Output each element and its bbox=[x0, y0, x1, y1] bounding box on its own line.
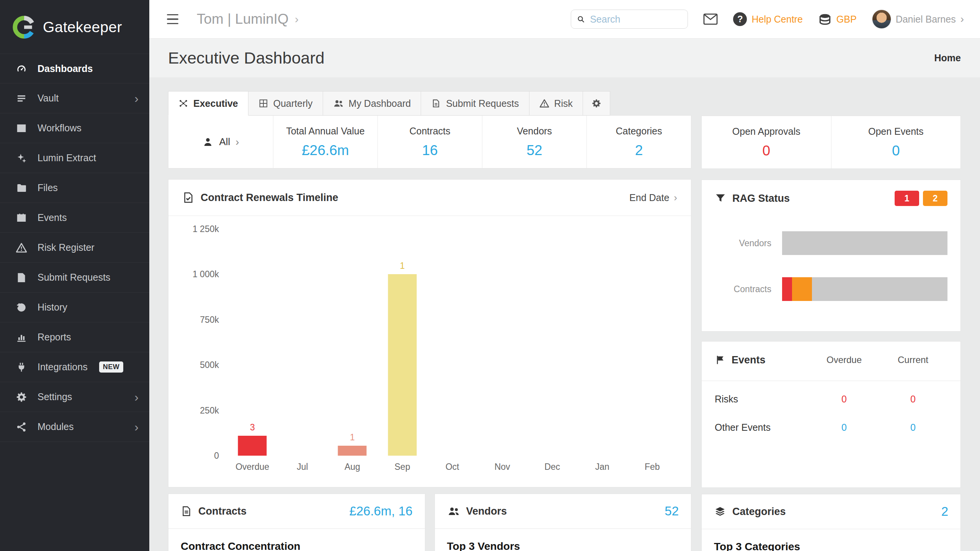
sidebar-item-label: Dashboards bbox=[38, 63, 93, 74]
kpi-total-annual-value[interactable]: Total Annual Value £26.6m bbox=[273, 116, 377, 168]
warning-triangle-icon bbox=[539, 98, 549, 108]
sidebar-item-label: Submit Requests bbox=[38, 272, 110, 283]
kpi-value: £26.6m bbox=[302, 142, 349, 159]
history-clock-icon bbox=[15, 301, 28, 314]
coins-icon bbox=[818, 12, 832, 26]
sidebar-item-label: Modules bbox=[38, 421, 74, 432]
rag-bar[interactable] bbox=[782, 277, 947, 301]
rag-bar[interactable] bbox=[782, 231, 947, 255]
rag-red-badge[interactable]: 1 bbox=[895, 191, 919, 206]
other-events-current-count[interactable]: 0 bbox=[879, 422, 947, 433]
sidebar-item-reports[interactable]: Reports bbox=[0, 322, 149, 352]
sidebar-item-risk-register[interactable]: Risk Register bbox=[0, 233, 149, 263]
page-title: Executive Dashboard bbox=[168, 49, 325, 67]
dashboard-tabs: Executive Quarterly My Dashboard Su bbox=[168, 91, 691, 116]
person-icon bbox=[202, 136, 214, 148]
sidebar-item-lumin-extract[interactable]: Lumin Extract bbox=[0, 143, 149, 173]
sidebar-item-modules[interactable]: Modules › bbox=[0, 412, 149, 442]
currency-selector[interactable]: GBP bbox=[818, 12, 857, 26]
network-icon bbox=[178, 98, 188, 108]
contracts-summary-value[interactable]: £26.6m, 16 bbox=[349, 504, 412, 518]
kpi-categories[interactable]: Categories 2 bbox=[586, 116, 691, 168]
sort-by-selector[interactable]: End Date › bbox=[629, 192, 677, 204]
sidebar-item-label: Events bbox=[38, 212, 67, 223]
tab-submit-requests[interactable]: Submit Requests bbox=[421, 91, 529, 116]
contracts-card: Contracts £26.6m, 16 Contract Concentrat… bbox=[168, 494, 425, 551]
sidebar-item-label: Lumin Extract bbox=[38, 152, 96, 164]
sidebar-item-events[interactable]: Events bbox=[0, 203, 149, 233]
chart-column: 3Overdue bbox=[227, 229, 278, 472]
x-axis-label: Oct bbox=[427, 462, 477, 472]
risks-current-count[interactable]: 0 bbox=[879, 394, 947, 405]
kpi-vendors[interactable]: Vendors 52 bbox=[482, 116, 586, 168]
risks-overdue-count[interactable]: 0 bbox=[810, 394, 879, 405]
app-root: Gatekeeper Dashboards Vault › Workflows … bbox=[0, 0, 980, 551]
breadcrumb[interactable]: Tom | LuminIQ › bbox=[197, 11, 299, 27]
kpi-label: Open Approvals bbox=[732, 126, 800, 137]
sidebar-item-workflows[interactable]: Workflows bbox=[0, 113, 149, 143]
events-row-other-events[interactable]: Other Events 0 0 bbox=[715, 413, 947, 441]
content: Executive Quarterly My Dashboard Su bbox=[149, 77, 980, 551]
categories-summary-value[interactable]: 2 bbox=[941, 504, 948, 519]
kpi-contracts[interactable]: Contracts 16 bbox=[377, 116, 482, 168]
user-menu[interactable]: Daniel Barnes › bbox=[872, 10, 964, 29]
contract-renewals-card: Contract Renewals Timeline End Date › 02… bbox=[168, 179, 691, 487]
sidebar-item-files[interactable]: Files bbox=[0, 173, 149, 203]
tab-executive[interactable]: Executive bbox=[168, 91, 248, 116]
grid-icon bbox=[258, 98, 268, 108]
y-axis-tick: 0 bbox=[214, 451, 219, 461]
chart-bar-count: 1 bbox=[350, 432, 355, 443]
tab-dashboard-settings[interactable] bbox=[583, 91, 610, 116]
messages-envelope-icon[interactable] bbox=[703, 13, 718, 25]
tab-quarterly[interactable]: Quarterly bbox=[248, 91, 323, 116]
vendors-summary-value[interactable]: 52 bbox=[665, 504, 679, 518]
chevron-right-icon: › bbox=[134, 92, 139, 105]
gatekeeper-logo[interactable]: Gatekeeper bbox=[0, 0, 149, 54]
sidebar-item-label: Settings bbox=[38, 391, 72, 402]
sidebar-item-label: Risk Register bbox=[38, 242, 95, 253]
search-input[interactable] bbox=[590, 14, 682, 25]
sidebar-item-label: History bbox=[38, 302, 67, 313]
tab-my-dashboard[interactable]: My Dashboard bbox=[323, 91, 421, 116]
scope-selector[interactable]: All › bbox=[168, 116, 273, 168]
tab-label: Executive bbox=[193, 98, 238, 109]
y-axis-tick: 1 250k bbox=[193, 224, 219, 234]
x-axis-label: Jan bbox=[577, 462, 627, 472]
sort-by-label: End Date bbox=[629, 192, 669, 203]
sidebar-item-history[interactable]: History bbox=[0, 293, 149, 322]
filter-funnel-icon bbox=[715, 193, 726, 204]
rag-status-card: RAG Status 1 2 VendorsContracts bbox=[701, 180, 961, 332]
x-axis-label: Dec bbox=[527, 462, 577, 472]
sidebar-item-integrations[interactable]: Integrations NEW bbox=[0, 352, 149, 382]
help-centre-link[interactable]: ? Help Centre bbox=[733, 12, 802, 26]
chart-bar-sep[interactable] bbox=[388, 274, 416, 456]
y-axis-tick: 1 000k bbox=[193, 269, 219, 280]
avatar bbox=[872, 10, 891, 29]
hamburger-menu-icon[interactable] bbox=[167, 14, 178, 25]
chevron-right-icon: › bbox=[134, 391, 139, 403]
other-events-overdue-count[interactable]: 0 bbox=[810, 422, 879, 433]
sidebar-item-submit-requests[interactable]: Submit Requests bbox=[0, 263, 149, 293]
bar-chart-icon bbox=[15, 331, 28, 343]
rag-amber-badge[interactable]: 2 bbox=[923, 191, 947, 206]
open-events[interactable]: Open Events 0 bbox=[831, 116, 961, 168]
sidebar-item-dashboards[interactable]: Dashboards bbox=[0, 54, 149, 83]
chevron-right-icon: › bbox=[960, 13, 964, 25]
sidebar-item-vault[interactable]: Vault › bbox=[0, 83, 149, 113]
y-axis-tick: 750k bbox=[200, 314, 219, 325]
workflows-table-icon bbox=[15, 122, 28, 134]
search-box[interactable] bbox=[571, 10, 688, 29]
card-title: Vendors bbox=[466, 505, 507, 517]
layers-icon bbox=[714, 506, 726, 517]
tab-risk[interactable]: Risk bbox=[529, 91, 583, 116]
kpi-summary-card: All › Total Annual Value £26.6m Contract… bbox=[168, 115, 691, 168]
open-approvals[interactable]: Open Approvals 0 bbox=[702, 116, 831, 168]
chevron-right-icon: › bbox=[134, 421, 139, 433]
sidebar-item-settings[interactable]: Settings › bbox=[0, 382, 149, 412]
sparkles-icon bbox=[15, 152, 28, 164]
chart-bar-aug[interactable] bbox=[338, 446, 367, 456]
home-link[interactable]: Home bbox=[934, 52, 961, 64]
chevron-right-icon: › bbox=[674, 192, 677, 204]
chart-bar-overdue[interactable] bbox=[238, 436, 267, 456]
events-row-risks[interactable]: Risks 0 0 bbox=[715, 385, 947, 413]
